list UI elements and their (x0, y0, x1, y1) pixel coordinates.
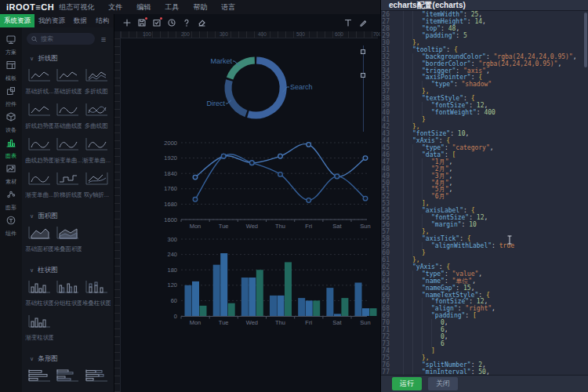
hbar3-chart-icon (83, 367, 110, 387)
editor-scrollbar-thumb[interactable] (584, 13, 587, 67)
canvas-stage[interactable]: SearchDirectMarket2000192018401760168016… (114, 31, 379, 392)
chart-thumbnail-multiline[interactable]: 多折线图 (82, 67, 111, 99)
thumbnail-label: 双y轴折... (84, 191, 110, 199)
code-line: 52"6月" (381, 193, 583, 200)
board-icon[interactable] (151, 17, 162, 29)
tab-my-resources[interactable]: 我的资源 (34, 14, 69, 27)
device-icon (5, 111, 16, 125)
chart-thumbnail-multicurve[interactable]: 多曲线图 (82, 101, 111, 133)
chart-thumbnail-curve[interactable]: 渐变单曲... (82, 136, 111, 168)
chart-thumbnail-line[interactable]: 基础折线... (25, 67, 53, 99)
section-header[interactable]: ∨面积图 (30, 212, 109, 221)
section-header[interactable]: ∨折线图 (30, 54, 109, 64)
ruler-label: 100 (143, 31, 151, 37)
thumbnail-label: 分组柱状图 (53, 299, 82, 307)
code-line: 50"4月", (381, 180, 583, 187)
menu-help[interactable]: 帮助 (193, 2, 207, 13)
code-line: 57}, (381, 228, 583, 235)
search-input[interactable]: 搜索 (27, 33, 95, 45)
chart-thumbnail-hbar2[interactable] (53, 367, 82, 392)
menu-language[interactable]: 语言 (221, 2, 235, 13)
chart-thumbnail-hbar[interactable] (25, 367, 53, 392)
svg-text:1840: 1840 (164, 170, 177, 177)
section-header[interactable]: ∨柱状图 (30, 266, 109, 275)
menu-tools[interactable]: 工具 (165, 2, 179, 13)
rail-item-label: 方案 (5, 49, 16, 56)
menu-edit[interactable]: 编辑 (136, 2, 151, 13)
rail-item-component[interactable]: 组件 (0, 213, 22, 239)
rail-item-widget[interactable]: 控件 (0, 84, 22, 110)
chart-thumbnail-dualline[interactable]: 双y轴折... (82, 170, 111, 202)
ruler-label: 600 (335, 31, 343, 37)
tab-structure[interactable]: 结构 (92, 14, 114, 27)
selection-handle[interactable] (361, 73, 365, 78)
pen-icon[interactable] (357, 17, 368, 29)
chart-thumbnail-bars[interactable]: 渐变柱状图 (25, 313, 53, 345)
svg-text:Fri: Fri (305, 223, 312, 230)
chart-thumbnail-line[interactable]: 折线趋势图 (25, 101, 53, 133)
chart-thumbnail-bars2[interactable]: 分组柱状图 (53, 278, 82, 310)
code-line: 27"itemHeight": 14, (381, 18, 583, 25)
dualline-chart-icon (83, 170, 110, 191)
list-menu-icon[interactable]: ≡ (98, 35, 109, 43)
svg-text:0: 0 (174, 313, 177, 320)
code-line: 40"fontWeight": 400 (381, 109, 583, 116)
svg-text:Wed: Wed (246, 223, 258, 230)
save-icon[interactable] (136, 17, 147, 29)
svg-text:Search: Search (290, 83, 313, 91)
chart-thumbnail-curve[interactable]: 渐变单曲... (53, 136, 82, 168)
svg-text:1680: 1680 (164, 201, 177, 208)
chevron-down-icon: ∨ (30, 213, 34, 220)
eraser-icon[interactable] (195, 17, 207, 29)
chart-thumbnail-curve[interactable]: 基础曲线图 (53, 101, 82, 133)
rail-item-device[interactable]: 设备 (0, 110, 22, 136)
code-line: 35"axisPointer": { (381, 74, 583, 81)
curve-chart-icon (54, 101, 81, 122)
help-icon[interactable] (180, 17, 192, 29)
plus-icon[interactable] (121, 17, 132, 29)
thumbnail-label: 渐变柱状图 (25, 334, 53, 342)
code-line: 63"type": "value", (381, 270, 583, 278)
step-chart-icon (54, 170, 81, 191)
rail-item-material[interactable]: 素材 (0, 162, 22, 187)
curve-chart-icon (54, 136, 81, 156)
chart-thumbnail-curve[interactable]: 渐变单曲... (25, 170, 53, 202)
product-name: 组态可视化 (59, 2, 94, 13)
thumbnail-label: 基础面积图 (25, 245, 53, 253)
widget-icon (5, 85, 16, 100)
svg-text:300: 300 (167, 236, 177, 243)
code-line: 53], (381, 200, 583, 207)
svg-text:Mon: Mon (190, 223, 201, 230)
code-line: 48"2月", (381, 165, 583, 172)
rail-item-plan[interactable]: 方案 (0, 32, 22, 58)
close-button[interactable]: 关闭 (428, 377, 458, 390)
code-line: 700, (381, 319, 583, 326)
tab-system-resources[interactable]: 系统资源 (0, 14, 34, 27)
text-icon[interactable] (342, 17, 354, 29)
rail-item-graph[interactable]: 图形 (0, 187, 22, 213)
chart-thumbnail-line[interactable]: 基础折线图 (53, 67, 82, 99)
chevron-down-icon: ∨ (30, 356, 34, 362)
code-line: 32"backgroundColor": "rgba(24,24,24,0.95… (381, 53, 583, 60)
rail-item-chart[interactable]: 图表 (0, 136, 22, 162)
menu-file[interactable]: 文件 (108, 2, 122, 13)
code-line: 77"minInterval": 50, (381, 368, 583, 375)
chart-thumbnail-hbar3[interactable] (82, 367, 111, 392)
code-editor[interactable]: 26"itemWidth": 25,27"itemHeight": 14,28"… (381, 11, 583, 375)
chart-thumbnail-bars3[interactable]: 堆叠柱状图 (82, 278, 111, 310)
section-header[interactable]: ∨条形图 (30, 354, 109, 364)
chart-thumbnail-bars[interactable]: 基础柱状图 (25, 278, 53, 310)
search-icon (31, 36, 38, 42)
design-canvas: SearchDirectMarket2000192018401760168016… (114, 14, 378, 392)
rail-item-template[interactable]: 模板 (0, 58, 22, 84)
clock-icon[interactable] (165, 17, 177, 29)
selection-handle[interactable] (361, 49, 365, 54)
chart-thumbnail-area2[interactable]: 堆叠面积图 (53, 224, 82, 256)
run-button[interactable]: 运行 (392, 377, 422, 390)
chart-thumbnail-curve[interactable]: 曲线趋势图 (25, 136, 53, 168)
tab-data[interactable]: 数据 (69, 14, 92, 27)
chart-thumbnail-step[interactable]: 阶梯折线图 (53, 170, 82, 202)
code-line: 31"tooltip": { (381, 46, 583, 53)
code-line: 58"axisTick": { (381, 235, 583, 242)
chart-thumbnail-area[interactable]: 基础面积图 (25, 224, 53, 256)
